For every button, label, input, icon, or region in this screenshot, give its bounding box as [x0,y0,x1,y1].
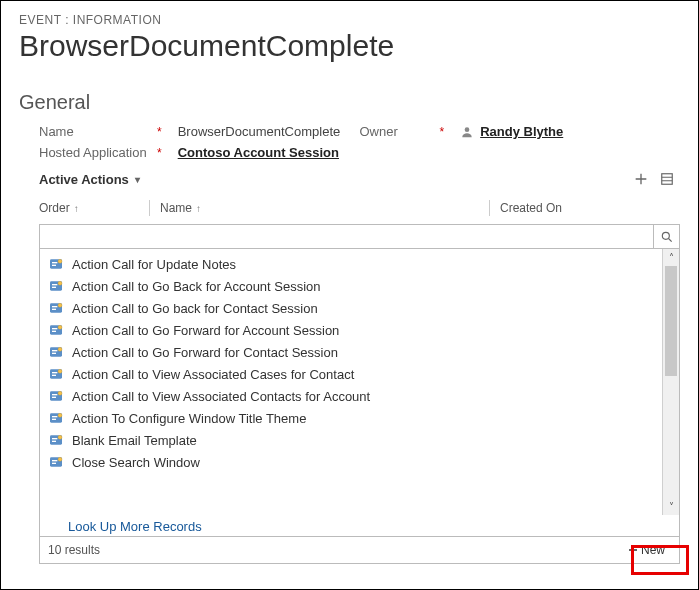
page-title: BrowserDocumentComplete [19,29,680,63]
svg-rect-24 [52,372,57,373]
svg-point-22 [58,347,62,351]
column-created-on[interactable]: Created On [500,201,680,215]
svg-point-26 [58,369,62,373]
name-value[interactable]: BrowserDocumentComplete [178,124,341,139]
required-icon: * [157,146,162,160]
lookup-result-label: Action Call to Go Forward for Account Se… [72,323,339,338]
svg-rect-20 [52,350,57,351]
scroll-up-icon[interactable]: ˄ [663,249,679,266]
svg-point-10 [58,281,62,285]
action-call-icon [48,366,64,382]
person-icon [460,125,474,139]
lookup-result-row[interactable]: Action Call to View Associated Cases for… [40,363,662,385]
add-record-button[interactable] [632,170,650,188]
svg-rect-25 [52,375,56,376]
lookup-result-label: Action Call to Go Back for Account Sessi… [72,279,321,294]
column-divider [149,200,150,216]
lookup-result-label: Blank Email Template [72,433,197,448]
lookup-panel: Action Call for Update NotesAction Call … [39,224,680,564]
name-label: Name [39,124,157,139]
sort-asc-icon: ↑ [74,203,79,214]
svg-rect-5 [52,265,56,266]
breadcrumb: EVENT : INFORMATION [19,13,680,27]
svg-rect-41 [52,463,56,464]
new-button[interactable]: New [621,541,671,559]
svg-rect-29 [52,397,56,398]
svg-rect-33 [52,419,56,420]
grid-view-button[interactable] [658,170,676,188]
lookup-result-row[interactable]: Action Call for Update Notes [40,253,662,275]
action-call-icon [48,410,64,426]
hosted-app-value[interactable]: Contoso Account Session [178,145,339,160]
lookup-result-row[interactable]: Action Call to Go Forward for Account Se… [40,319,662,341]
action-call-icon [48,388,64,404]
new-button-label: New [641,543,665,557]
svg-rect-1 [662,174,673,185]
svg-point-42 [58,457,62,461]
grid-column-headers: Order ↑ Name ↑ Created On [39,196,680,222]
action-call-icon [48,344,64,360]
svg-rect-40 [52,460,57,461]
svg-rect-28 [52,394,57,395]
scroll-track[interactable] [663,266,679,498]
grid-title[interactable]: Active Actions ▾ [39,172,140,187]
sort-asc-icon: ↑ [196,203,201,214]
scroll-thumb[interactable] [665,266,677,376]
svg-rect-13 [52,309,56,310]
svg-rect-17 [52,331,56,332]
plus-icon [627,544,639,556]
chevron-down-icon: ▾ [135,174,140,185]
lookup-result-row[interactable]: Blank Email Template [40,429,662,451]
column-name-label: Name [160,201,192,215]
scroll-down-icon[interactable]: ˅ [663,498,679,515]
svg-rect-16 [52,328,57,329]
svg-point-38 [58,435,62,439]
svg-point-34 [58,413,62,417]
results-count: 10 results [48,543,100,557]
lookup-result-label: Action Call to View Associated Contacts … [72,389,370,404]
lookup-result-label: Close Search Window [72,455,200,470]
svg-point-30 [58,391,62,395]
svg-point-6 [58,259,62,263]
owner-label: Owner [360,124,440,139]
svg-rect-9 [52,287,56,288]
svg-rect-12 [52,306,57,307]
svg-rect-32 [52,416,57,417]
svg-point-2 [662,232,669,239]
lookup-result-label: Action Call to View Associated Cases for… [72,367,354,382]
action-call-icon [48,278,64,294]
lookup-result-row[interactable]: Action To Configure Window Title Theme [40,407,662,429]
action-call-icon [48,454,64,470]
lookup-result-row[interactable]: Close Search Window [40,451,662,473]
grid-title-label: Active Actions [39,172,129,187]
action-call-icon [48,300,64,316]
svg-point-14 [58,303,62,307]
lookup-result-row[interactable]: Action Call to Go Forward for Contact Se… [40,341,662,363]
scrollbar[interactable]: ˄ ˅ [662,249,679,515]
lookup-result-label: Action Call to Go back for Contact Sessi… [72,301,318,316]
svg-rect-36 [52,438,57,439]
required-icon: * [440,125,445,139]
column-created-label: Created On [500,201,562,215]
lookup-input[interactable] [40,225,653,248]
svg-rect-4 [52,262,57,263]
lookup-result-row[interactable]: Action Call to Go back for Contact Sessi… [40,297,662,319]
column-divider [489,200,490,216]
required-icon: * [157,125,162,139]
svg-rect-8 [52,284,57,285]
column-order[interactable]: Order ↑ [39,201,149,215]
lookup-result-label: Action To Configure Window Title Theme [72,411,306,426]
lookup-result-label: Action Call to Go Forward for Contact Se… [72,345,338,360]
owner-value[interactable]: Randy Blythe [480,124,563,139]
lookup-result-row[interactable]: Action Call to Go Back for Account Sessi… [40,275,662,297]
action-call-icon [48,256,64,272]
svg-point-18 [58,325,62,329]
lookup-result-row[interactable]: Action Call to View Associated Contacts … [40,385,662,407]
search-button[interactable] [653,225,679,248]
section-heading: General [19,91,680,114]
action-call-icon [48,322,64,338]
column-name[interactable]: Name ↑ [160,201,489,215]
lookup-more-link[interactable]: Look Up More Records [68,519,202,534]
action-call-icon [48,432,64,448]
svg-point-0 [465,127,470,132]
